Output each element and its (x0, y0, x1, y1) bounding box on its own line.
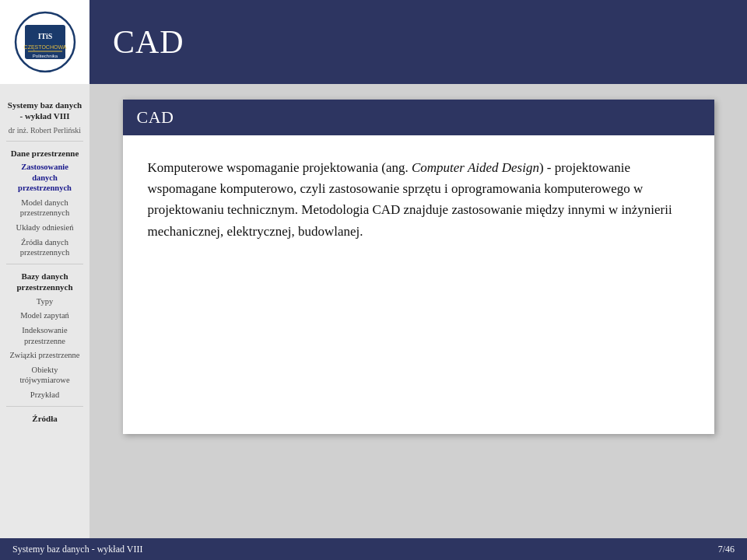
sidebar-item-zrodla-danych[interactable]: Źródła danych przestrzennych (6, 236, 83, 259)
sidebar-divider-2 (6, 264, 83, 264)
sidebar-item-przyklad[interactable]: Przykład (6, 389, 83, 401)
sidebar-item-zastosowanie[interactable]: Zastosowanie danych przestrzennych (6, 161, 83, 194)
sidebar-section-bazy: Bazy danych przestrzennych (6, 271, 83, 293)
sidebar-section-dane: Dane przestrzenne (6, 148, 83, 159)
sidebar-section-zrodla: Źródła (6, 413, 83, 424)
footer-left: Systemy baz danych - wykład VIII (12, 544, 142, 555)
sidebar-item-zwiazki[interactable]: Związki przestrzenne (6, 349, 83, 362)
sidebar-item-uklady[interactable]: Układy odniesień (6, 222, 83, 234)
main-content: Systemy baz danych - wykład VIII dr inż.… (0, 84, 747, 538)
slide-area: CAD Komputerowe wspomaganie projektowani… (89, 84, 747, 538)
sidebar-item-typy[interactable]: Typy (6, 296, 83, 308)
slide-paragraph: Komputerowe wspomaganie projektowania (a… (148, 157, 689, 242)
slide-title: CAD (123, 100, 714, 135)
svg-text:ITiS: ITiS (37, 32, 52, 40)
svg-text:CZĘSTOCHOWA: CZĘSTOCHOWA (23, 44, 66, 51)
logo-area: ITiS CZĘSTOCHOWA Politechnika (0, 0, 89, 84)
sidebar-item-indeksowanie[interactable]: Indeksowanie przestrzenne (6, 324, 83, 347)
header-title: CAD (113, 23, 184, 61)
sidebar: Systemy baz danych - wykład VIII dr inż.… (0, 84, 89, 538)
sidebar-item-obiekty[interactable]: Obiekty trójwymiarowe (6, 364, 83, 387)
footer-right: 7/46 (718, 544, 735, 555)
sidebar-author: dr inż. Robert Perliński (6, 125, 83, 136)
slide-body: Komputerowe wspomaganie projektowania (a… (123, 135, 714, 264)
sidebar-item-model-zapytan[interactable]: Model zapytań (6, 310, 83, 322)
sidebar-divider-3 (6, 406, 83, 407)
sidebar-item-model-danych[interactable]: Model danych przestrzennych (6, 197, 83, 219)
sidebar-divider-1 (6, 141, 83, 142)
svg-text:Politechnika: Politechnika (32, 54, 58, 58)
sidebar-course-title: Systemy baz danych - wykład VIII (6, 100, 83, 122)
bottom-bar: Systemy baz danych - wykład VIII 7/46 (0, 538, 747, 560)
logo-icon: ITiS CZĘSTOCHOWA Politechnika (14, 11, 76, 73)
slide: CAD Komputerowe wspomaganie projektowani… (123, 100, 714, 434)
top-bar: ITiS CZĘSTOCHOWA Politechnika CAD (0, 0, 747, 84)
